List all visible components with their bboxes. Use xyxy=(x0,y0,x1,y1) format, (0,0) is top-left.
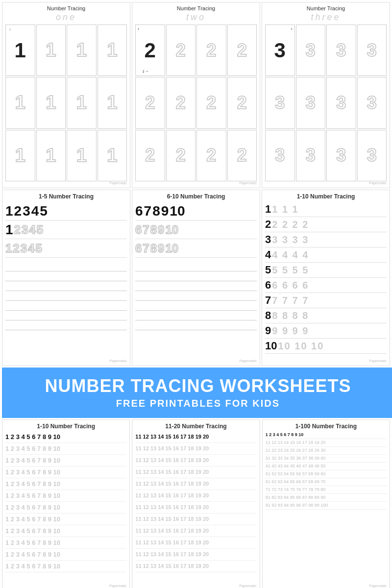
r6-solid: 6 xyxy=(265,279,271,292)
n7b: 7 xyxy=(143,223,149,237)
watermark-15: Papermatic xyxy=(5,359,127,363)
t-row-2: 11 12 13 14 15 16 17 18 19 20 xyxy=(135,443,256,455)
w-row-8: 1 2 3 4 5 6 7 8 9 10 xyxy=(5,514,126,525)
row-8: 8 8 8 8 8 xyxy=(265,308,387,323)
h6: 51 52 53 54 55 56 57 58 59 60 xyxy=(266,471,326,476)
cell-3-d10: 3 xyxy=(326,130,356,181)
wl2 xyxy=(5,271,127,281)
cell-2-d1: 2 xyxy=(166,24,196,76)
cell-1-d9: 1 xyxy=(36,130,66,181)
n10: 10 xyxy=(170,203,185,219)
num-1-d7: 1 xyxy=(107,92,117,113)
card-two-title: Number Tracing xyxy=(177,5,215,11)
h5: 41 42 43 44 45 46 47 48 49 50 xyxy=(266,464,326,468)
row-2-grid: 1-5 Number Tracing 1 2 3 4 5 1 2 3 4 5 1… xyxy=(0,188,392,366)
num-3-d5: 3 xyxy=(306,93,316,113)
step-2a: ¹ xyxy=(138,27,139,32)
r1-trace: 1 1 1 xyxy=(272,204,298,215)
cell-2-d5: 2 xyxy=(166,77,196,128)
cell-3-d6: 3 xyxy=(326,77,356,128)
write-lines-610 xyxy=(135,262,257,359)
t-row-7: 11 12 13 14 15 16 17 18 19 20 xyxy=(135,502,256,514)
cell-3-d7: 3 xyxy=(357,77,387,128)
ws10: 1 2 3 4 5 6 7 8 9 10 xyxy=(5,539,60,546)
row-6: 6 6 6 6 6 xyxy=(265,278,387,293)
r1-solid: 1 xyxy=(265,203,271,216)
num-1-solid: 1 xyxy=(15,39,26,62)
r5-solid: 5 xyxy=(265,264,271,276)
num-3-d2: 3 xyxy=(336,40,346,61)
r6-trace: 6 6 6 6 xyxy=(272,280,309,291)
t3: 11 12 13 14 15 16 17 18 19 20 xyxy=(135,457,209,463)
card-three-title: Number Tracing xyxy=(307,5,345,11)
t11: 11 12 13 14 15 16 17 18 19 20 xyxy=(135,551,209,557)
card-1-100: 1-100 Number Tracing 1 2 3 4 5 6 7 8 9 1… xyxy=(262,419,390,588)
card-one-title: Number Tracing xyxy=(47,5,85,11)
ws1: 1 2 3 4 5 6 7 8 9 10 xyxy=(5,433,60,441)
h9: 81 82 83 84 85 86 87 88 89 90 xyxy=(266,495,326,500)
r9-trace: 9 9 9 9 xyxy=(272,325,309,337)
num-1-d2: 1 xyxy=(76,40,87,61)
s2c: 2 xyxy=(13,242,19,255)
watermark-r10: Papermatic xyxy=(265,359,387,363)
cell-2-d7: 2 xyxy=(227,77,257,128)
r10-solid: 10 xyxy=(265,340,277,352)
w-row-3: 1 2 3 4 5 6 7 8 9 10 xyxy=(5,455,126,466)
banner: NUMBER TRACING WORKSHEETS FREE PRINTABLE… xyxy=(2,368,392,418)
t12: 11 12 13 14 15 16 17 18 19 20 xyxy=(135,563,209,569)
h-row-9: 81 82 83 84 85 86 87 88 89 90 xyxy=(266,494,387,502)
r9-solid: 9 xyxy=(265,324,271,337)
w-row-9: 1 2 3 4 5 6 7 8 9 10 xyxy=(5,525,126,537)
n6c: 6 xyxy=(135,242,142,255)
cell-1-d2: 1 xyxy=(67,24,97,76)
cell-1-d11: 1 xyxy=(98,130,127,181)
num-3-d4: 3 xyxy=(275,93,285,113)
t4: 11 12 13 14 15 16 17 18 19 20 xyxy=(135,469,209,475)
s5c: 5 xyxy=(35,242,42,255)
n8: 8 xyxy=(152,203,160,219)
num-1-d6: 1 xyxy=(76,92,87,113)
seq-610-r1: 6 7 8 9 10 xyxy=(135,202,257,220)
card-one: Number Tracing one ↓ 1 1 1 1 xyxy=(2,2,130,188)
ws3: 1 2 3 4 5 6 7 8 9 10 xyxy=(5,457,60,464)
wl4 xyxy=(5,291,127,301)
card-three-subtitle: three xyxy=(311,12,341,23)
card-6-10: 6-10 Number Tracing 6 7 8 9 10 6 7 8 9 1… xyxy=(132,190,260,366)
step-3a: ¹ xyxy=(291,27,293,32)
t6: 11 12 13 14 15 16 17 18 19 20 xyxy=(135,492,209,498)
n7c: 7 xyxy=(143,242,149,255)
r2-solid: 2 xyxy=(265,218,271,231)
num-2-d4: 2 xyxy=(145,93,155,113)
ws9: 1 2 3 4 5 6 7 8 9 10 xyxy=(5,527,60,535)
w-row-12: 1 2 3 4 5 6 7 8 9 10 xyxy=(5,561,126,572)
n7: 7 xyxy=(144,203,152,219)
n9: 9 xyxy=(161,203,169,219)
t-row-3: 11 12 13 14 15 16 17 18 19 20 xyxy=(135,455,256,466)
ws8: 1 2 3 4 5 6 7 8 9 10 xyxy=(5,515,60,523)
card-1-5: 1-5 Number Tracing 1 2 3 4 5 1 2 3 4 5 1… xyxy=(2,190,130,366)
w-row-2: 1 2 3 4 5 6 7 8 9 10 xyxy=(5,443,126,455)
num-3-d3: 3 xyxy=(367,40,377,61)
num-3-d6: 3 xyxy=(336,93,346,113)
r7-trace: 7 7 7 7 xyxy=(272,295,309,306)
t1: 11 12 13 14 15 16 17 18 19 20 xyxy=(135,434,209,440)
watermark-3: Papermatic xyxy=(265,181,387,185)
t-row-1: 11 12 13 14 15 16 17 18 19 20 xyxy=(135,431,256,443)
h1: 1 2 3 4 5 6 7 8 9 10 xyxy=(266,432,304,437)
n9c: 9 xyxy=(158,242,164,255)
banner-subtitle: FREE PRINTABLES FOR KIDS xyxy=(7,398,389,409)
w-row-11: 1 2 3 4 5 6 7 8 9 10 xyxy=(5,549,126,561)
h7: 61 62 63 64 65 66 67 68 69 70 xyxy=(266,479,326,484)
cell-1-d6: 1 xyxy=(67,77,97,128)
row-2: 2 2 2 2 2 xyxy=(265,217,387,232)
card-wide-title: 1-10 Number Tracing xyxy=(37,423,95,430)
cell-1-d8: 1 xyxy=(5,130,35,181)
cell-2-d6: 2 xyxy=(196,77,226,128)
s5b: 5 xyxy=(37,223,43,237)
t-row-9: 11 12 13 14 15 16 17 18 19 20 xyxy=(135,525,256,537)
wl7 xyxy=(5,320,127,330)
card-1-10-rows: 1-10 Number Tracing 1 1 1 1 2 2 2 2 2 3 … xyxy=(262,190,390,366)
banner-title: NUMBER TRACING WORKSHEETS xyxy=(7,376,389,396)
num-2-d3: 2 xyxy=(237,40,247,61)
w-row-5: 1 2 3 4 5 6 7 8 9 10 xyxy=(5,478,126,490)
